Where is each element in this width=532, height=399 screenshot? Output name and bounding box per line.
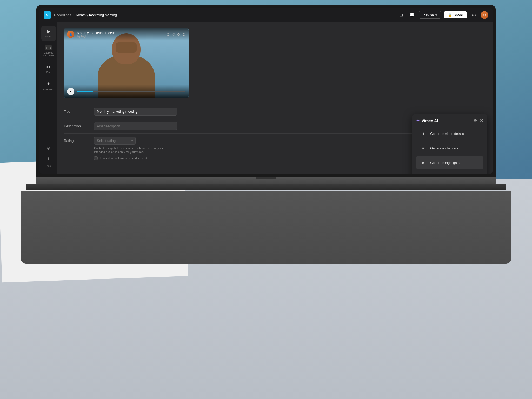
sidebar-edit-label: Edit — [46, 71, 51, 74]
publish-label: Publish — [423, 13, 434, 17]
generate-chapters-label: Generate chapters — [430, 146, 458, 150]
generate-video-details-label: Generate video details — [430, 132, 464, 136]
content-area: 👤 Monthly marketing meeting TryAngle ⊙ ♡… — [58, 22, 493, 174]
sidebar-item-captions[interactable]: CC Captionsand audio — [41, 43, 56, 60]
sidebar-bottom: ⊙ ℹ Legal — [44, 144, 53, 169]
sidebar-item-edit[interactable]: ✂ Edit — [41, 62, 56, 76]
breadcrumb-current: Monthly marketing meeting — [76, 13, 117, 17]
video-channel: TryAngle — [77, 35, 164, 38]
laptop-screen: V Recordings › Monthly marketing meeting… — [39, 8, 493, 174]
info-icon[interactable]: ℹ — [44, 154, 53, 163]
play-circle-icon: ▶ — [420, 159, 427, 166]
more-options-button[interactable]: ••• — [470, 11, 478, 19]
description-input[interactable] — [94, 122, 177, 130]
description-label: Description — [64, 122, 90, 128]
captions-icon: CC — [45, 45, 52, 50]
video-author-avatar: 👤 — [67, 31, 74, 38]
list-icon: ≡ — [420, 144, 427, 152]
play-button[interactable]: ▶ — [67, 88, 74, 95]
share-label: Share — [454, 13, 463, 17]
sidebar-interactivity-label: Interactivity — [43, 88, 55, 91]
video-top-bar: 👤 Monthly marketing meeting TryAngle ⊙ ♡… — [64, 28, 189, 41]
help-icon[interactable]: ⊙ — [44, 144, 53, 152]
generate-highlights-item[interactable]: ▶ Generate highlights — [416, 156, 483, 169]
sparkle-icon: ✦ — [416, 118, 420, 123]
like-icon[interactable]: ♡ — [172, 32, 175, 36]
breadcrumb-recordings[interactable]: Recordings — [54, 13, 71, 17]
nav-bar: V Recordings › Monthly marketing meeting… — [39, 8, 493, 22]
laptop: V Recordings › Monthly marketing meeting… — [36, 5, 496, 399]
share-button[interactable]: 🔒 Share — [444, 11, 467, 18]
rating-select[interactable]: Select rating G PG PG-13 R — [94, 137, 136, 145]
ai-title-text: Vimeo AI — [422, 118, 438, 123]
breadcrumb: Recordings › Monthly marketing meeting — [54, 13, 394, 17]
generate-video-details-item[interactable]: ℹ Generate video details — [416, 127, 483, 140]
info-circle-icon: ℹ — [420, 130, 427, 137]
legal-link[interactable]: Legal — [45, 165, 51, 167]
video-title-area: Monthly marketing meeting TryAngle — [77, 31, 164, 38]
chat-button[interactable]: 💬 — [408, 11, 416, 19]
avatar: U — [481, 11, 488, 19]
sidebar: ▶ Player CC Captionsand audio ✂ Edit ✦ I… — [39, 22, 58, 174]
ai-close-icon[interactable]: ✕ — [480, 118, 483, 123]
progress-fill — [77, 91, 93, 92]
generate-highlights-label: Generate highlights — [430, 161, 460, 165]
vimeo-logo: V — [44, 11, 51, 19]
advertisement-checkbox[interactable] — [94, 156, 98, 160]
rating-hint: Content ratings help keep Vimeo safe and… — [94, 146, 172, 154]
ai-settings-icon[interactable]: ⚙ — [474, 118, 477, 123]
fullscreen-button[interactable]: ⊡ — [397, 11, 405, 19]
video-controls: ▶ — [64, 85, 189, 98]
generate-chapters-item[interactable]: ≡ Generate chapters — [416, 141, 483, 155]
watch-later-icon[interactable]: ⊚ — [177, 32, 180, 36]
edit-icon: ✂ — [46, 64, 50, 70]
publish-button[interactable]: Publish ▾ — [419, 11, 441, 19]
sidebar-item-interactivity[interactable]: ✦ Interactivity — [41, 78, 56, 93]
interactivity-icon: ✦ — [46, 81, 50, 87]
progress-bar[interactable] — [77, 91, 185, 92]
ai-panel-actions: ⚙ ✕ — [474, 118, 483, 123]
publish-chevron-icon: ▾ — [435, 13, 437, 17]
player-icon: ▶ — [47, 29, 50, 34]
title-input[interactable] — [94, 108, 177, 116]
keyboard — [21, 191, 511, 264]
rating-label: Rating — [64, 137, 90, 143]
lock-icon: 🔒 — [448, 13, 452, 17]
ai-panel: ✦ Vimeo AI ⚙ ✕ ℹ Generate video details — [412, 114, 487, 174]
main-layout: ▶ Player CC Captionsand audio ✂ Edit ✦ I… — [39, 22, 493, 174]
video-title: Monthly marketing meeting — [77, 31, 164, 35]
rating-field-group: Select rating G PG PG-13 R Content ratin… — [94, 137, 172, 160]
ai-panel-title: ✦ Vimeo AI — [416, 118, 438, 123]
title-label: Title — [64, 108, 90, 114]
laptop-notch — [256, 177, 276, 179]
laptop-screen-outer: V Recordings › Monthly marketing meeting… — [36, 5, 496, 177]
laptop-base — [36, 177, 496, 184]
video-player: 👤 Monthly marketing meeting TryAngle ⊙ ♡… — [64, 28, 189, 98]
sidebar-item-player[interactable]: ▶ Player — [41, 26, 56, 41]
sidebar-player-label: Player — [45, 35, 52, 38]
laptop-bottom-bar — [26, 184, 506, 190]
nav-actions: ⊡ 💬 Publish ▾ 🔒 Share ••• U — [397, 11, 488, 19]
advertisement-label: This video contains an advertisement — [100, 157, 147, 160]
ai-panel-header: ✦ Vimeo AI ⚙ ✕ — [416, 118, 483, 123]
more-icon[interactable]: ⊙ — [182, 32, 185, 36]
share-video-icon[interactable]: ⊙ — [167, 32, 170, 36]
breadcrumb-separator: › — [73, 13, 74, 17]
sidebar-captions-label: Captionsand audio — [43, 51, 54, 57]
video-top-icons: ⊙ ♡ ⊚ ⊙ — [167, 32, 185, 36]
advertisement-row: This video contains an advertisement — [94, 156, 172, 160]
rating-select-wrapper: Select rating G PG PG-13 R — [94, 137, 136, 145]
generate-qa-item[interactable]: ? Generate Q&A — [416, 170, 483, 174]
